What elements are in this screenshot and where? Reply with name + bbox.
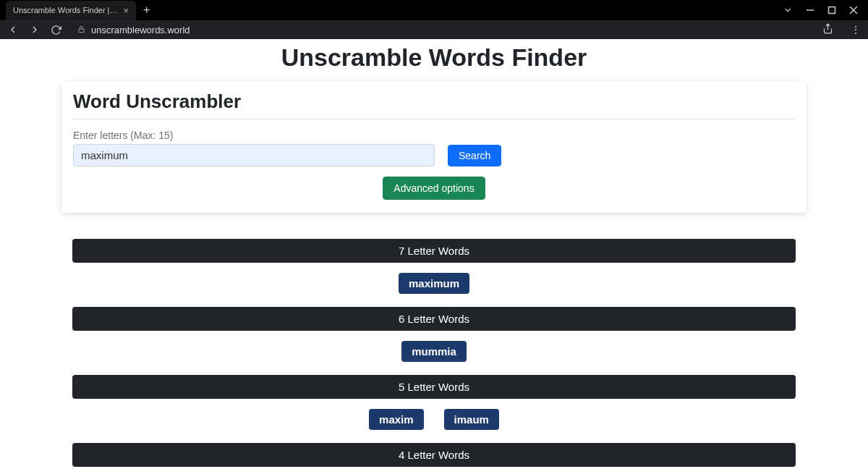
word-chip[interactable]: imaum	[444, 409, 499, 430]
scroll-area[interactable]: Unscramble Words Finder Word Unscrambler…	[0, 39, 868, 469]
search-button[interactable]: Search	[448, 145, 501, 166]
maximize-icon[interactable]	[827, 6, 836, 14]
tab-bar: Unscramble Words Finder | Word × +	[0, 0, 868, 20]
word-chip[interactable]: mummia	[401, 341, 467, 362]
word-chip[interactable]: maximum	[399, 273, 469, 294]
group-header: 4 Letter Words	[72, 443, 796, 467]
minimize-icon[interactable]	[806, 6, 814, 14]
group-header: 7 Letter Words	[72, 239, 796, 263]
page-title: Unscramble Words Finder	[0, 39, 868, 82]
tab-title: Unscramble Words Finder | Word	[13, 6, 119, 14]
unscrambler-card: Word Unscrambler Enter letters (Max: 15)…	[61, 82, 807, 213]
window-controls	[773, 0, 868, 20]
share-icon[interactable]	[822, 23, 833, 37]
url-text: unscramblewords.world	[91, 25, 190, 35]
close-tab-icon[interactable]: ×	[123, 5, 129, 16]
group-header: 5 Letter Words	[72, 375, 796, 399]
nav-bar: unscramblewords.world ⋮	[0, 20, 868, 39]
group-header: 6 Letter Words	[72, 307, 796, 331]
group-words: maximum	[72, 263, 796, 307]
lock-icon	[77, 25, 85, 35]
results-section: 7 Letter Wordsmaximum6 Letter Wordsmummi…	[72, 239, 796, 469]
browser-chrome: Unscramble Words Finder | Word × +	[0, 0, 868, 39]
new-tab-button[interactable]: +	[136, 4, 157, 17]
menu-dots-icon[interactable]: ⋮	[851, 24, 861, 35]
letters-input[interactable]	[73, 144, 435, 166]
back-button[interactable]	[7, 24, 19, 35]
close-window-icon[interactable]	[849, 6, 858, 14]
letters-label: Enter letters (Max: 15)	[73, 130, 795, 141]
forward-button[interactable]	[29, 24, 41, 35]
group-words: maximimaum	[72, 399, 796, 443]
svg-rect-1	[829, 7, 835, 14]
advanced-options-button[interactable]: Advanced options	[383, 177, 485, 200]
chevron-down-icon[interactable]	[783, 5, 793, 15]
page-viewport: Unscramble Words Finder Word Unscrambler…	[0, 39, 868, 469]
address-bar[interactable]: unscramblewords.world	[72, 25, 812, 35]
group-words: mummia	[72, 331, 796, 375]
svg-rect-4	[79, 29, 84, 33]
reload-button[interactable]	[51, 25, 61, 35]
word-chip[interactable]: maxim	[369, 409, 424, 430]
card-title: Word Unscrambler	[73, 90, 795, 119]
browser-tab[interactable]: Unscramble Words Finder | Word ×	[6, 1, 136, 20]
